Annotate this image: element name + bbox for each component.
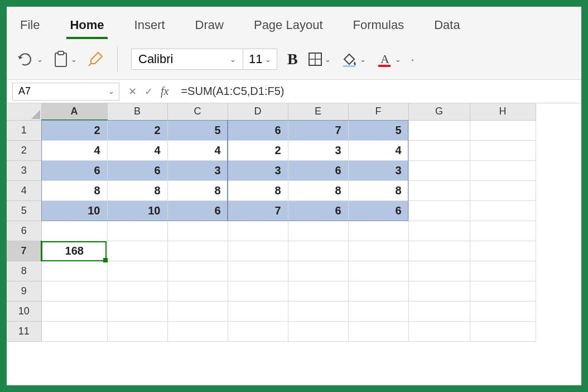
cell-b10[interactable]	[107, 301, 167, 321]
cell-g11[interactable]	[408, 321, 470, 341]
cell-e4[interactable]: 8	[288, 180, 348, 200]
cell-d10[interactable]	[228, 301, 288, 321]
format-painter-button[interactable]	[87, 51, 104, 68]
cell-e8[interactable]	[288, 261, 348, 281]
cell-f9[interactable]	[348, 281, 408, 301]
cell-e7[interactable]	[288, 241, 348, 261]
cell-c5[interactable]: 6	[167, 200, 228, 221]
cell-f2[interactable]: 4	[348, 140, 408, 160]
cell-d8[interactable]	[228, 261, 288, 281]
cell-c3[interactable]: 3	[167, 160, 228, 180]
row-header-3[interactable]: 3	[7, 160, 41, 180]
row-header-9[interactable]: 9	[7, 281, 41, 301]
cell-h5[interactable]	[470, 200, 536, 221]
cell-g6[interactable]	[408, 221, 470, 241]
cell-a1[interactable]: 2	[41, 120, 107, 140]
cell-d6[interactable]	[228, 221, 288, 241]
borders-button[interactable]: ⌄	[308, 52, 331, 66]
cell-h10[interactable]	[470, 301, 536, 321]
cell-a8[interactable]	[41, 261, 107, 281]
font-size-dropdown[interactable]: 11 ⌄	[243, 49, 277, 69]
cell-d7[interactable]	[228, 241, 288, 261]
cell-h6[interactable]	[470, 221, 536, 241]
cell-c2[interactable]: 4	[167, 140, 228, 160]
cell-e1[interactable]: 7	[288, 120, 348, 140]
cell-a4[interactable]: 8	[41, 180, 107, 200]
tab-insert[interactable]: Insert	[131, 12, 168, 39]
cell-f11[interactable]	[348, 321, 408, 341]
cell-b1[interactable]: 2	[107, 120, 167, 140]
cell-f1[interactable]: 5	[348, 120, 408, 140]
cell-c11[interactable]	[167, 321, 228, 341]
cell-g2[interactable]	[408, 140, 470, 160]
cell-f4[interactable]: 8	[348, 180, 408, 200]
cell-d1[interactable]: 6	[228, 120, 288, 140]
select-all-corner[interactable]	[7, 103, 41, 120]
cell-b2[interactable]: 4	[107, 140, 167, 160]
cell-g3[interactable]	[408, 160, 470, 180]
cell-h8[interactable]	[470, 261, 536, 281]
paste-button[interactable]: ⌄	[53, 51, 77, 68]
tab-page-layout[interactable]: Page Layout	[250, 12, 326, 39]
cell-b9[interactable]	[107, 281, 167, 301]
cell-h9[interactable]	[470, 281, 536, 301]
cell-a7[interactable]: 168	[41, 241, 107, 261]
cell-a11[interactable]	[41, 321, 107, 341]
cell-b8[interactable]	[107, 261, 167, 281]
cell-b4[interactable]: 8	[107, 180, 167, 200]
cancel-icon[interactable]: ✕	[128, 85, 137, 98]
cell-g5[interactable]	[408, 200, 470, 221]
fx-icon[interactable]: fx	[161, 85, 168, 98]
cell-f8[interactable]	[348, 261, 408, 281]
cell-g9[interactable]	[408, 281, 470, 301]
cell-a9[interactable]	[41, 281, 107, 301]
cell-d3[interactable]: 3	[228, 160, 288, 180]
cell-d9[interactable]	[228, 281, 288, 301]
cell-a5[interactable]: 10	[41, 200, 107, 221]
row-header-10[interactable]: 10	[7, 301, 41, 321]
row-header-11[interactable]: 11	[7, 321, 41, 341]
tab-data[interactable]: Data	[431, 12, 463, 39]
column-header-g[interactable]: G	[408, 103, 470, 120]
cell-e2[interactable]: 3	[288, 140, 348, 160]
cell-b5[interactable]: 10	[107, 200, 167, 221]
column-header-c[interactable]: C	[167, 103, 228, 120]
tab-draw[interactable]: Draw	[192, 12, 227, 39]
row-header-1[interactable]: 1	[7, 120, 41, 140]
more-button[interactable]: ·	[411, 53, 415, 66]
row-header-5[interactable]: 5	[7, 200, 41, 221]
cell-a10[interactable]	[41, 301, 107, 321]
tab-home[interactable]: Home	[66, 12, 107, 39]
cell-b6[interactable]	[107, 221, 167, 241]
cell-g4[interactable]	[408, 180, 470, 200]
undo-button[interactable]: ⌄	[17, 52, 43, 66]
cell-f7[interactable]	[348, 241, 408, 261]
cell-a2[interactable]: 4	[41, 140, 107, 160]
cell-h7[interactable]	[470, 241, 536, 261]
cell-d11[interactable]	[228, 321, 288, 341]
fill-color-button[interactable]: ⌄	[341, 51, 366, 68]
cell-b11[interactable]	[107, 321, 167, 341]
column-header-h[interactable]: H	[470, 103, 536, 120]
cell-b3[interactable]: 6	[107, 160, 167, 180]
row-header-6[interactable]: 6	[7, 221, 41, 241]
cell-h1[interactable]	[470, 120, 536, 140]
column-header-f[interactable]: F	[348, 103, 408, 120]
font-color-button[interactable]: A ⌄	[376, 51, 401, 68]
cell-d4[interactable]: 8	[228, 180, 288, 200]
cell-c1[interactable]: 5	[167, 120, 228, 140]
cell-b7[interactable]	[107, 241, 167, 261]
cell-e3[interactable]: 6	[288, 160, 348, 180]
name-box[interactable]: A7 ⌄	[12, 83, 119, 101]
cell-e5[interactable]: 6	[288, 200, 348, 221]
font-name-dropdown[interactable]: Calibri ⌄	[132, 49, 243, 69]
cell-a3[interactable]: 6	[41, 160, 107, 180]
cell-c6[interactable]	[167, 221, 228, 241]
cell-h3[interactable]	[470, 160, 536, 180]
cell-g10[interactable]	[408, 301, 470, 321]
cell-f3[interactable]: 3	[348, 160, 408, 180]
cell-g1[interactable]	[408, 120, 470, 140]
cell-c10[interactable]	[167, 301, 228, 321]
cell-g8[interactable]	[408, 261, 470, 281]
row-header-4[interactable]: 4	[7, 180, 41, 200]
